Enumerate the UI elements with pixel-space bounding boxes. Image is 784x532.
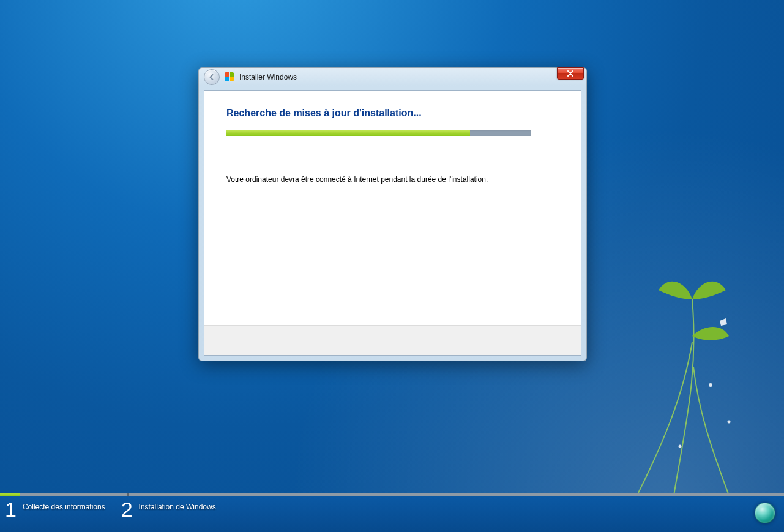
info-note: Votre ordinateur devra être connecté à I… [226,175,559,184]
close-icon [567,70,574,77]
footer-step-1: 1 Collecte des informations [5,499,105,520]
step-number: 2 [121,499,133,520]
overall-progress-fill [0,493,20,496]
footer-steps: 1 Collecte des informations 2 Installati… [5,499,216,520]
desktop-background: Installer Windows Recherche de mises à j… [0,0,784,532]
overall-progress-track [0,493,784,496]
progress-step-separator [127,493,129,496]
window-title: Installer Windows [239,73,297,81]
step-label: Installation de Windows [139,503,216,511]
svg-point-1 [728,421,731,424]
installer-window: Installer Windows Recherche de mises à j… [198,67,587,361]
install-footer: 1 Collecte des informations 2 Installati… [0,493,784,532]
close-button[interactable] [557,67,584,80]
windows-flag-icon [225,72,234,82]
svg-point-2 [679,445,682,448]
step-number: 1 [5,499,17,520]
step-label: Collecte des informations [23,503,105,511]
update-progress-fill [226,130,470,136]
back-button[interactable] [204,69,220,85]
window-client-area: Recherche de mises à jour d'installation… [204,90,581,356]
update-progress-bar [226,130,531,136]
page-heading: Recherche de mises à jour d'installation… [226,108,559,119]
svg-point-0 [709,383,712,387]
decorative-plant [600,263,760,495]
button-strip [204,325,581,355]
ease-of-access-button[interactable] [755,503,775,523]
footer-step-2: 2 Installation de Windows [121,499,216,520]
window-titlebar[interactable]: Installer Windows [199,68,586,86]
